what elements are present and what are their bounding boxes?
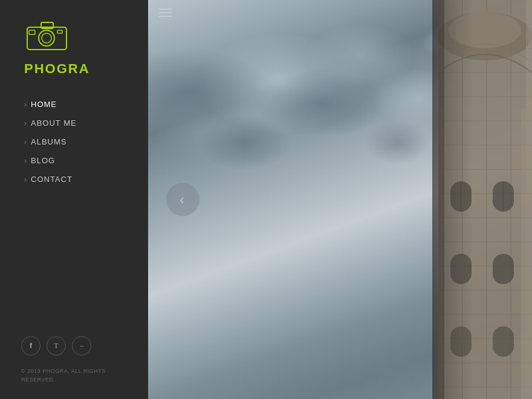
twitter-button[interactable]: 𝕋 bbox=[47, 336, 66, 355]
social-area: f 𝕋 ··· bbox=[0, 324, 148, 368]
tower-image bbox=[432, 0, 532, 399]
svg-rect-5 bbox=[29, 30, 35, 34]
main-content: ‹ bbox=[148, 0, 532, 399]
chevron-icon: › bbox=[24, 119, 27, 128]
nav-item-albums[interactable]: › ALBUMS bbox=[0, 132, 148, 151]
svg-rect-4 bbox=[57, 30, 62, 33]
dots-icon: ··· bbox=[80, 343, 83, 349]
chevron-icon: › bbox=[24, 175, 27, 184]
hamburger-line-2 bbox=[159, 12, 172, 13]
main-nav: › HOME › ABOUT ME › ALBUMS › BLOG bbox=[0, 89, 148, 324]
brand-name: PHOGRA bbox=[24, 61, 124, 77]
chevron-icon: › bbox=[24, 157, 27, 165]
facebook-icon: f bbox=[30, 342, 32, 350]
nav-item-about[interactable]: › ABOUT ME bbox=[0, 114, 148, 132]
twitter-icon: 𝕋 bbox=[54, 342, 59, 350]
svg-rect-40 bbox=[432, 0, 532, 399]
hamburger-menu[interactable] bbox=[155, 5, 176, 21]
left-chevron-icon: ‹ bbox=[180, 192, 184, 207]
chevron-icon: › bbox=[24, 138, 27, 146]
logo-area: PHOGRA bbox=[0, 0, 148, 89]
svg-point-2 bbox=[39, 30, 54, 46]
facebook-button[interactable]: f bbox=[21, 336, 41, 355]
nav-label-contact: CONTACT bbox=[31, 175, 73, 184]
svg-point-3 bbox=[42, 33, 51, 43]
nav-label-about: ABOUT ME bbox=[31, 118, 77, 128]
nav-label-albums: ALBUMS bbox=[31, 137, 66, 146]
nav-item-contact[interactable]: › CONTACT bbox=[0, 170, 148, 189]
sidebar: PHOGRA › HOME › ABOUT ME › ALBUMS bbox=[0, 0, 148, 399]
nav-label-blog: BLOG bbox=[31, 156, 55, 165]
camera-icon bbox=[24, 18, 70, 51]
nav-label-home: HOME bbox=[31, 100, 57, 109]
hamburger-line-1 bbox=[159, 8, 172, 10]
copyright-text: © 2013 PHOGRA. ALL RIGHTS RESERVED. bbox=[0, 368, 148, 399]
chevron-icon: › bbox=[24, 100, 27, 109]
nav-item-home[interactable]: › HOME bbox=[0, 95, 148, 114]
hamburger-line-3 bbox=[159, 16, 172, 17]
other-social-button[interactable]: ··· bbox=[72, 336, 91, 355]
nav-item-blog[interactable]: › BLOG bbox=[0, 151, 148, 170]
prev-arrow-button[interactable]: ‹ bbox=[166, 183, 199, 216]
